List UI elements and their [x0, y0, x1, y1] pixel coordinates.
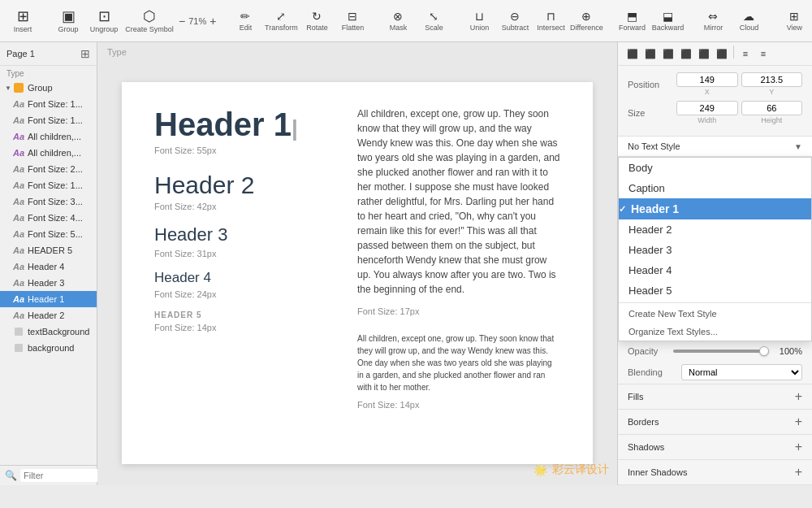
sidebar-label-header4: Header 4	[28, 262, 64, 271]
left-sidebar: Page 1 ⊞ Type ▼ Group Aa Font Size: 1...…	[0, 42, 97, 485]
zoom-plus[interactable]: +	[209, 15, 216, 28]
toolbar-ungroup[interactable]: ⊡ Ungroup	[88, 6, 120, 37]
fills-header[interactable]: Fills +	[618, 384, 812, 409]
dropdown-item-header4[interactable]: Header 4	[619, 260, 811, 280]
x-group: X	[676, 72, 738, 96]
y-field[interactable]	[741, 72, 803, 87]
align-center-v-btn[interactable]: ⬛	[696, 46, 712, 62]
align-bottom-btn[interactable]: ⬛	[714, 46, 730, 62]
zoom-minus[interactable]: −	[179, 15, 185, 28]
dist-v-btn[interactable]: ≡	[755, 46, 771, 62]
toolbar-insert[interactable]: ⊞ Insert	[6, 6, 39, 37]
toolbar-edit[interactable]: ✏ Edit	[229, 7, 261, 35]
text-style-arrow: ▼	[794, 142, 802, 151]
toolbar-create-symbol[interactable]: ⬡ Create Symbol	[133, 6, 166, 37]
blending-row: Blending Normal	[618, 361, 812, 384]
dropdown-item-header1[interactable]: Header 1	[619, 198, 811, 219]
toolbar-subtract[interactable]: ⊖ Subtract	[499, 7, 531, 35]
h3-size: Font Size: 31px	[154, 249, 333, 258]
sidebar-item-header4[interactable]: Aa Header 4	[0, 258, 97, 275]
align-right-btn[interactable]: ⬛	[660, 46, 676, 62]
inner-shadows-add-btn[interactable]: +	[795, 465, 802, 480]
sidebar-item-allchildren2[interactable]: Aa All children,...	[0, 145, 97, 161]
align-center-h-btn[interactable]: ⬛	[642, 46, 659, 62]
borders-header[interactable]: Borders +	[618, 410, 812, 434]
text-style-dropdown[interactable]: No Text Style ▼	[618, 137, 812, 157]
opacity-track[interactable]	[673, 350, 769, 353]
sidebar-item-font4[interactable]: Aa Font Size: 4...	[0, 210, 97, 226]
body-size-1: Font Size: 17px	[357, 306, 560, 316]
blending-select[interactable]: Normal	[681, 364, 802, 380]
height-group: Height	[741, 101, 803, 124]
layers-list: ▼ Group Aa Font Size: 1... Aa Font Size:…	[0, 80, 97, 465]
toolbar-scale[interactable]: ⤡ Scale	[417, 7, 450, 35]
opacity-thumb[interactable]	[759, 346, 769, 356]
sidebar-item-font1c[interactable]: Aa Font Size: 1...	[0, 177, 97, 193]
sidebar-item-textbg[interactable]: textBackground	[0, 323, 97, 340]
sidebar-item-allchildren1[interactable]: Aa All children,...	[0, 128, 97, 145]
shadows-header[interactable]: Shadows +	[618, 435, 812, 459]
sidebar-item-font1a[interactable]: Aa Font Size: 1...	[0, 96, 97, 112]
body-text-2: All children, except one, grow up. They …	[357, 332, 560, 393]
header5-option-label: Header 5	[628, 284, 672, 297]
sidebar-label-header1: Header 1	[28, 294, 64, 304]
edit-icon: ✏	[240, 11, 250, 22]
toolbar-transform[interactable]: ⤢ Transform	[265, 7, 297, 35]
dropdown-item-header5[interactable]: Header 5	[619, 280, 811, 301]
h3-text: Header 3	[154, 224, 333, 245]
toolbar-forward[interactable]: ⬒ Forward	[615, 7, 648, 35]
text-icon-9: Aa	[13, 228, 24, 240]
toolbar-group[interactable]: ▣ Group	[52, 6, 84, 37]
toolbar-difference[interactable]: ⊕ Difference	[570, 7, 603, 35]
sidebar-item-background[interactable]: background	[0, 340, 97, 356]
organize-text-styles-action[interactable]: Organize Text Styles...	[619, 323, 811, 341]
toolbar-view[interactable]: ⊞ View	[778, 7, 810, 35]
y-group: Y	[741, 72, 803, 96]
sidebar-item-font3[interactable]: Aa Font Size: 3...	[0, 193, 97, 210]
toolbar-union[interactable]: ⊔ Union	[463, 7, 495, 35]
text-style-section: No Text Style ▼	[618, 137, 812, 157]
dropdown-item-header3[interactable]: Header 3	[619, 240, 811, 260]
insert-label: Insert	[14, 25, 32, 33]
dropdown-item-body[interactable]: Body	[619, 158, 811, 178]
align-left-btn[interactable]: ⬛	[624, 46, 641, 62]
sidebar-item-font2[interactable]: Aa Font Size: 2...	[0, 161, 97, 177]
height-field[interactable]	[741, 101, 803, 115]
create-text-style-action[interactable]: Create New Text Style	[619, 305, 811, 323]
x-field[interactable]	[676, 72, 738, 87]
toolbar-flatten[interactable]: ⊟ Flatten	[336, 7, 369, 35]
sidebar-item-font1b[interactable]: Aa Font Size: 1...	[0, 112, 97, 128]
toolbar-mirror[interactable]: ⇔ Mirror	[697, 7, 729, 35]
header3-option-label: Header 3	[628, 244, 672, 256]
shadows-add-btn[interactable]: +	[795, 440, 802, 454]
align-top-btn[interactable]: ⬛	[678, 46, 694, 62]
sidebar-item-group[interactable]: ▼ Group	[0, 80, 97, 96]
dropdown-item-header2[interactable]: Header 2	[619, 219, 811, 240]
toolbar-cloud[interactable]: ☁ Cloud	[732, 7, 765, 35]
text-icon-10: Aa	[13, 245, 24, 256]
shadows-title: Shadows	[628, 442, 664, 452]
sidebar-label-font1a: Font Size: 1...	[28, 99, 83, 109]
toolbar-intersect[interactable]: ⊓ Intersect	[534, 7, 567, 35]
dropdown-item-caption[interactable]: Caption	[619, 178, 811, 198]
size-row: Size Width Height	[628, 101, 802, 124]
inner-shadows-header[interactable]: Inner Shadows +	[618, 460, 812, 484]
sidebar-item-header5[interactable]: Aa HEADER 5	[0, 242, 97, 258]
borders-add-btn[interactable]: +	[795, 415, 802, 429]
flatten-label: Flatten	[342, 24, 365, 32]
sidebar-item-header2[interactable]: Aa Header 2	[0, 307, 97, 323]
toolbar-rotate[interactable]: ↻ Rotate	[300, 7, 333, 35]
toolbar-mask[interactable]: ⊗ Mask	[382, 7, 414, 35]
page-icon[interactable]: ⊞	[80, 47, 90, 60]
sidebar-item-font5[interactable]: Aa Font Size: 5...	[0, 226, 97, 242]
width-label: Width	[676, 116, 738, 124]
dist-h-btn[interactable]: ≡	[737, 46, 754, 62]
sidebar-item-header1[interactable]: Aa Header 1	[0, 291, 97, 307]
width-field[interactable]	[676, 101, 738, 115]
toolbar-backward[interactable]: ⬓ Backward	[651, 7, 684, 35]
sidebar-item-header3[interactable]: Aa Header 3	[0, 275, 97, 291]
fills-add-btn[interactable]: +	[795, 389, 802, 404]
rotate-icon: ↻	[312, 11, 322, 22]
sidebar-label-font5: Font Size: 5...	[28, 229, 83, 239]
h4-size: Font Size: 24px	[154, 289, 333, 299]
